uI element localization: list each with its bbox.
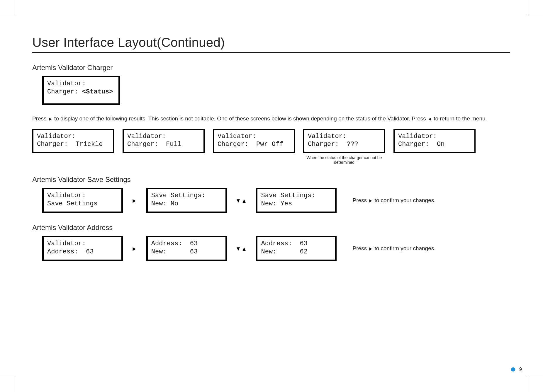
crop-mark bbox=[527, 15, 543, 15]
lcd-address-menu: Validator: Address: 63 bbox=[42, 236, 123, 261]
down-arrow-glyph: ▼ bbox=[236, 197, 242, 204]
lcd-line: Validator: bbox=[308, 133, 347, 140]
lcd-line: Validator: bbox=[398, 133, 437, 140]
right-arrow-icon: ► bbox=[132, 245, 138, 252]
up-arrow-glyph: ▲ bbox=[242, 197, 247, 204]
crop-mark bbox=[0, 15, 16, 15]
page-title: User Interface Layout(Continued) bbox=[32, 35, 510, 53]
lcd-line: Address: 63 bbox=[261, 240, 307, 247]
lcd-line: Validator: bbox=[47, 192, 86, 199]
text-fragment: Press bbox=[352, 197, 368, 203]
lcd-line: Save Settings: bbox=[151, 192, 206, 199]
lcd-status-placeholder: <Status> bbox=[82, 88, 113, 96]
text-fragment: to display one of the following results.… bbox=[53, 115, 427, 122]
lcd-save-no: Save Settings: New: No bbox=[146, 188, 227, 213]
section-heading-address: Artemis Validator Address bbox=[32, 224, 510, 232]
charger-instruction-text: Press ► to display one of the following … bbox=[32, 115, 510, 122]
lcd-line: Save Settings bbox=[47, 200, 98, 207]
left-arrow-icon: ◄ bbox=[427, 115, 432, 122]
crop-mark bbox=[15, 376, 15, 392]
page-number-dot-icon bbox=[511, 367, 515, 371]
text-fragment: Press bbox=[32, 115, 48, 122]
lcd-line: Address: 63 bbox=[151, 240, 198, 247]
crop-mark bbox=[527, 377, 543, 377]
section-heading-save: Artemis Validator Save Settings bbox=[32, 175, 510, 184]
lcd-line: Charger: Trickle bbox=[37, 141, 103, 148]
lcd-charger-full: Validator: Charger: Full bbox=[123, 129, 205, 153]
lcd-address-new: Address: 63 New: 62 bbox=[256, 236, 337, 261]
page-number: 9 bbox=[519, 367, 522, 372]
right-arrow-icon: ► bbox=[368, 246, 373, 252]
up-down-arrow-icon: ▼▲ bbox=[236, 245, 247, 252]
charger-status-row: Validator: Charger: Trickle Validator: C… bbox=[32, 129, 510, 165]
lcd-charger-pwroff: Validator: Charger: Pwr Off bbox=[213, 129, 295, 153]
charger-unknown-note: When the status of the charger cannot be… bbox=[303, 155, 385, 165]
up-down-arrow-icon: ▼▲ bbox=[236, 197, 247, 204]
lcd-charger-on: Validator: Charger: On bbox=[393, 129, 476, 153]
save-settings-flow: Validator: Save Settings ► Save Settings… bbox=[42, 188, 510, 213]
status-cell: Validator: Charger: Full bbox=[123, 129, 205, 153]
text-fragment: to confirm your changes. bbox=[373, 197, 435, 203]
crop-mark bbox=[0, 377, 16, 377]
section-heading-charger: Artemis Validator Charger bbox=[32, 64, 510, 72]
save-confirm-text: Press ► to confirm your changes. bbox=[352, 197, 435, 204]
page-content: User Interface Layout(Continued) Artemis… bbox=[32, 35, 510, 261]
crop-mark bbox=[528, 0, 528, 16]
down-arrow-glyph: ▼ bbox=[236, 245, 242, 252]
arrow-glyph: ► bbox=[132, 197, 138, 204]
crop-mark bbox=[15, 0, 15, 16]
up-arrow-glyph: ▲ bbox=[242, 245, 247, 252]
lcd-line: Charger: Full bbox=[127, 141, 181, 148]
right-arrow-icon: ► bbox=[132, 197, 138, 204]
lcd-line: Validator: bbox=[37, 133, 76, 140]
text-fragment: to return to the menu. bbox=[432, 115, 487, 122]
address-flow: Validator: Address: 63 ► Address: 63 New… bbox=[42, 236, 510, 261]
text-fragment: to confirm your changes. bbox=[373, 245, 435, 251]
right-arrow-icon: ► bbox=[368, 198, 373, 204]
status-cell: Validator: Charger: On bbox=[393, 129, 476, 153]
lcd-line: New: Yes bbox=[261, 200, 292, 207]
lcd-charger-trickle: Validator: Charger: Trickle bbox=[32, 129, 114, 153]
lcd-line: Save Settings: bbox=[261, 192, 315, 199]
lcd-line: New: 63 bbox=[151, 248, 198, 255]
address-confirm-text: Press ► to confirm your changes. bbox=[352, 245, 435, 252]
status-cell: Validator: Charger: ??? When the status … bbox=[303, 129, 385, 165]
lcd-line: New: No bbox=[151, 200, 178, 207]
lcd-line: Validator: bbox=[47, 240, 86, 247]
page-number-block: 9 bbox=[511, 367, 522, 372]
lcd-line: Validator: bbox=[47, 80, 86, 87]
crop-mark bbox=[528, 376, 528, 392]
status-cell: Validator: Charger: Trickle bbox=[32, 129, 114, 153]
lcd-line-label: Charger: bbox=[47, 88, 78, 96]
lcd-address-current: Address: 63 New: 63 bbox=[146, 236, 227, 261]
lcd-line: Validator: bbox=[218, 133, 256, 140]
lcd-line: New: 62 bbox=[261, 248, 307, 255]
lcd-line: Validator: bbox=[127, 133, 166, 140]
lcd-save-menu: Validator: Save Settings bbox=[42, 188, 123, 213]
text-fragment: Press bbox=[352, 245, 368, 251]
lcd-line: Charger: Pwr Off bbox=[218, 141, 283, 148]
lcd-save-yes: Save Settings: New: Yes bbox=[256, 188, 337, 213]
lcd-charger-identity: Validator: Charger: <Status> bbox=[42, 76, 120, 105]
lcd-line: Charger: On bbox=[398, 141, 444, 148]
lcd-line: Address: 63 bbox=[47, 248, 94, 255]
lcd-charger-unknown: Validator: Charger: ??? bbox=[303, 129, 385, 153]
status-cell: Validator: Charger: Pwr Off bbox=[213, 129, 295, 153]
lcd-line: Charger: ??? bbox=[308, 141, 358, 148]
arrow-glyph: ► bbox=[132, 245, 138, 252]
right-arrow-icon: ► bbox=[48, 115, 53, 122]
